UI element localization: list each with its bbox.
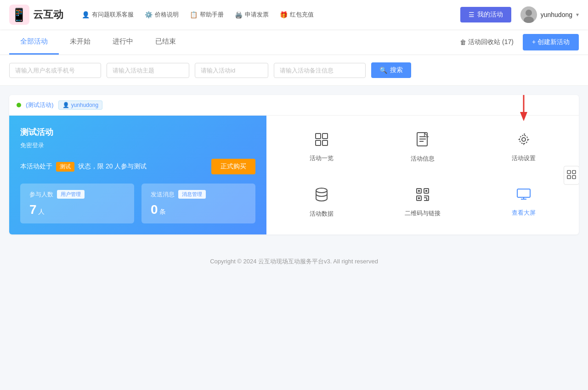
- my-activity-button[interactable]: ☰ 我的活动: [460, 7, 511, 22]
- header: 📱 云互动 👤 有问题联系客服 ⚙️ 价格说明 📋 帮助手册 🖨️ 申请发票 🎁…: [0, 0, 588, 29]
- svg-rect-22: [425, 190, 427, 192]
- svg-rect-8: [322, 140, 328, 145]
- stats-row: 参与人数 用户管理 7 人 发送消息 消息管理: [20, 184, 255, 223]
- activity-left-panel: 测试活动 免密登录 本活动处于 测试 状态，限 20 人参与测试 正式购买 参与…: [9, 116, 266, 234]
- nav-invoice[interactable]: 🖨️ 申请发票: [235, 11, 269, 19]
- search-button[interactable]: 🔍 搜索: [371, 62, 411, 78]
- create-activity-button[interactable]: + 创建新活动: [523, 34, 579, 50]
- footer: Copyright © 2024 云互动现场互动服务平台v3. All righ…: [0, 244, 588, 279]
- action-label-qrcode: 二维码与链接: [405, 209, 441, 217]
- action-label-overview: 活动一览: [310, 154, 334, 162]
- user-area[interactable]: yunhudong ▾: [520, 6, 579, 23]
- svg-point-14: [520, 135, 528, 144]
- search-username-input[interactable]: [9, 63, 101, 78]
- svg-point-17: [316, 188, 327, 193]
- activity-subtitle: 免密登录: [20, 141, 255, 150]
- status-suffix-text: 状态，限 20 人参与测试: [78, 162, 147, 171]
- view-toggle-button[interactable]: [564, 166, 579, 184]
- search-bar: 🔍 搜索: [0, 55, 588, 86]
- list-icon: ☰: [469, 11, 475, 18]
- svg-rect-32: [567, 170, 571, 173]
- participants-value: 7 人: [29, 202, 125, 217]
- action-activity-info[interactable]: 活动信息: [372, 120, 473, 175]
- invoice-icon: 🖨️: [235, 11, 243, 18]
- user-name: yunhudong: [541, 11, 572, 18]
- activity-tag[interactable]: (测试活动): [26, 101, 54, 109]
- action-label-info: 活动信息: [411, 155, 435, 163]
- action-label-settings: 活动设置: [512, 154, 536, 162]
- messages-title: 发送消息: [151, 190, 175, 199]
- action-label-large-screen: 查看大屏: [512, 209, 536, 217]
- nav-pricing[interactable]: ⚙️ 价格说明: [145, 11, 179, 19]
- tabs-list: 全部活动 未开始 进行中 已结束: [9, 29, 460, 55]
- activity-body: 测试活动 免密登录 本活动处于 测试 状态，限 20 人参与测试 正式购买 参与…: [9, 116, 579, 234]
- tabs-bar: 全部活动 未开始 进行中 已结束 🗑 活动回收站 (17) + 创建新活动: [0, 29, 588, 55]
- status-prefix-text: 本活动处于: [20, 162, 52, 171]
- activity-section: (测试活动) 👤 yunhudong 测试活动 免密登录 本活动处于 测试 状态…: [9, 95, 579, 234]
- tab-ended[interactable]: 已结束: [144, 29, 187, 55]
- activity-right-panel: 活动一览 活动信息: [266, 116, 579, 234]
- status-dot: [17, 103, 21, 107]
- nav-links: 👤 有问题联系客服 ⚙️ 价格说明 📋 帮助手册 🖨️ 申请发票 🎁 红包充值: [82, 11, 456, 19]
- grid-icon: [315, 133, 328, 150]
- logo[interactable]: 📱 云互动: [9, 5, 63, 25]
- action-activity-data[interactable]: 活动数据: [271, 175, 372, 230]
- trash-icon: 🗑: [460, 39, 466, 46]
- logo-icon: 📱: [9, 5, 29, 25]
- action-label-data: 活动数据: [310, 210, 334, 218]
- message-management-button[interactable]: 消息管理: [178, 190, 206, 199]
- nav-help[interactable]: 📋 帮助手册: [190, 11, 224, 19]
- search-theme-input[interactable]: [107, 63, 189, 78]
- tab-in-progress[interactable]: 进行中: [102, 29, 144, 55]
- activity-header: (测试活动) 👤 yunhudong: [9, 95, 579, 116]
- user-icon: 👤: [62, 102, 69, 108]
- action-activity-settings[interactable]: 活动设置: [473, 120, 574, 175]
- action-activity-overview[interactable]: 活动一览: [271, 120, 372, 175]
- avatar: [520, 6, 537, 23]
- recycle-bin-link[interactable]: 🗑 活动回收站 (17): [460, 38, 514, 46]
- participants-header: 参与人数 用户管理: [29, 190, 125, 199]
- svg-rect-7: [316, 140, 321, 145]
- svg-point-13: [522, 138, 526, 141]
- settings-icon: [517, 133, 531, 150]
- document-icon: [416, 132, 429, 150]
- svg-rect-6: [322, 134, 328, 139]
- search-id-input[interactable]: [195, 63, 268, 78]
- activity-status-row: 本活动处于 测试 状态，限 20 人参与测试 正式购买: [20, 159, 255, 174]
- test-badge: 测试: [56, 162, 74, 172]
- nav-customer-service[interactable]: 👤 有问题联系客服: [82, 11, 134, 19]
- svg-rect-33: [572, 170, 576, 173]
- toggle-icon: [567, 170, 576, 179]
- pricing-icon: ⚙️: [145, 11, 153, 18]
- action-qrcode-link[interactable]: 二维码与链接: [372, 175, 473, 230]
- search-note-input[interactable]: [274, 63, 366, 78]
- svg-rect-29: [517, 189, 530, 197]
- tab-not-started[interactable]: 未开始: [59, 29, 102, 55]
- svg-rect-34: [567, 175, 571, 178]
- buy-button[interactable]: 正式购买: [211, 159, 255, 174]
- svg-rect-35: [572, 175, 576, 178]
- recharge-icon: 🎁: [280, 11, 288, 18]
- svg-point-3: [526, 10, 532, 16]
- action-view-large-screen[interactable]: 查看大屏: [473, 175, 574, 230]
- qrcode-icon: [416, 188, 430, 205]
- search-icon: 🔍: [379, 67, 387, 74]
- tab-all-activities[interactable]: 全部活动: [9, 29, 59, 55]
- logo-text: 云互动: [33, 8, 63, 22]
- monitor-icon: [516, 188, 531, 204]
- chevron-down-icon: ▾: [576, 11, 579, 18]
- messages-value: 0 条: [151, 202, 246, 217]
- messages-header: 发送消息 消息管理: [151, 190, 246, 199]
- participants-card: 参与人数 用户管理 7 人: [20, 184, 134, 223]
- user-management-button[interactable]: 用户管理: [57, 190, 85, 199]
- user-tag: 👤 yunhudong: [58, 100, 102, 110]
- main-content: (测试活动) 👤 yunhudong 测试活动 免密登录 本活动处于 测试 状态…: [0, 86, 588, 244]
- svg-rect-21: [418, 190, 420, 192]
- participants-title: 参与人数: [29, 190, 53, 199]
- nav-recharge[interactable]: 🎁 红包充值: [280, 11, 314, 19]
- activity-title: 测试活动: [20, 127, 255, 138]
- svg-text:📱: 📱: [11, 7, 27, 22]
- svg-rect-23: [418, 197, 420, 199]
- database-icon: [315, 187, 328, 205]
- customer-service-icon: 👤: [82, 11, 90, 18]
